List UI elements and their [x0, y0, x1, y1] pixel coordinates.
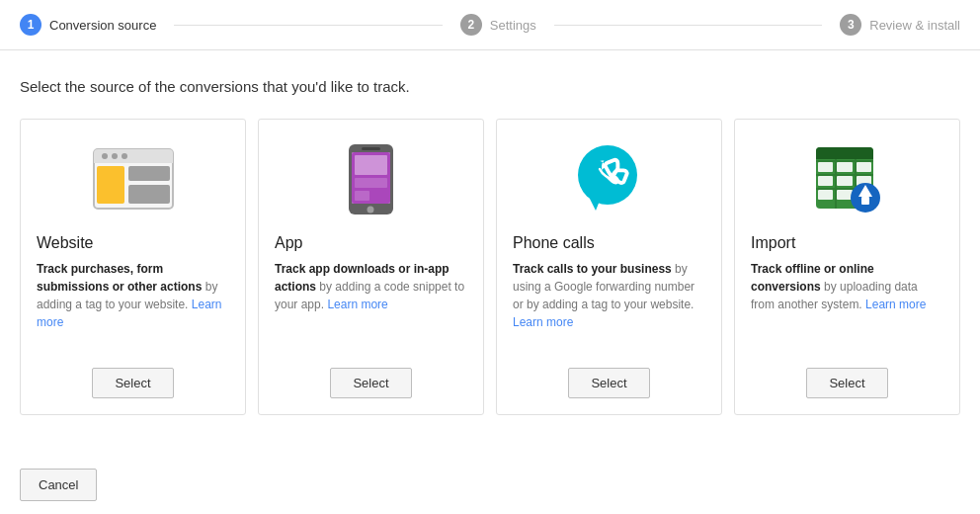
svg-rect-31 [818, 190, 833, 200]
main-content: Select the source of the conversions tha… [0, 50, 980, 459]
app-card-desc: Track app downloads or in-app actions by… [275, 260, 467, 350]
svg-rect-28 [818, 176, 833, 186]
svg-point-4 [112, 153, 118, 159]
import-icon [808, 142, 887, 216]
website-desc-bold: Track purchases, form submissions or oth… [37, 262, 202, 294]
svg-rect-35 [816, 152, 873, 159]
website-select-button[interactable]: Select [92, 368, 173, 398]
step-1: 1 Conversion source [20, 14, 156, 36]
step-2-label: Settings [490, 18, 536, 33]
phone-calls-card-title: Phone calls [513, 234, 595, 252]
step-3-circle: 3 [840, 14, 861, 36]
import-learn-more[interactable]: Learn more [865, 298, 926, 311]
step-3-label: Review & install [869, 18, 960, 33]
app-select-button[interactable]: Select [330, 368, 411, 398]
phone-calls-icon-area [513, 139, 705, 218]
svg-rect-26 [837, 162, 853, 172]
svg-rect-21 [816, 174, 873, 176]
phone-calls-select-button[interactable]: Select [568, 368, 649, 398]
svg-point-15 [368, 206, 374, 213]
phone-calls-card-desc: Track calls to your business by using a … [513, 260, 705, 350]
svg-rect-7 [128, 166, 170, 181]
svg-rect-20 [816, 160, 873, 162]
import-icon-area [751, 139, 943, 218]
app-icon [344, 142, 398, 216]
svg-rect-25 [818, 162, 833, 172]
step-connector-2 [554, 25, 822, 26]
footer: Cancel [0, 459, 980, 514]
import-card-desc: Track offline or online conversions by u… [751, 260, 943, 350]
import-card-title: Import [751, 234, 795, 252]
import-select-button[interactable]: Select [806, 368, 887, 398]
website-card-title: Website [37, 234, 94, 252]
svg-rect-8 [128, 185, 170, 204]
svg-rect-32 [837, 190, 853, 200]
svg-rect-6 [97, 166, 124, 204]
app-learn-more[interactable]: Learn more [327, 298, 387, 311]
svg-rect-12 [355, 155, 387, 175]
website-card-desc: Track purchases, form submissions or oth… [37, 260, 229, 350]
step-2: 2 Settings [460, 14, 536, 36]
step-3: 3 Review & install [840, 14, 960, 36]
svg-marker-18 [590, 199, 600, 211]
step-connector-1 [174, 25, 442, 26]
card-phone-calls: Phone calls Track calls to your business… [496, 119, 722, 415]
stepper: 1 Conversion source 2 Settings 3 Review … [0, 0, 980, 50]
card-website: Website Track purchases, form submission… [20, 119, 246, 415]
step-1-circle: 1 [20, 14, 41, 36]
card-import: Import Track offline or online conversio… [734, 119, 960, 415]
step-2-circle: 2 [460, 14, 482, 36]
cancel-button[interactable]: Cancel [20, 469, 97, 501]
phone-calls-desc-bold: Track calls to your business [513, 262, 672, 276]
phone-calls-learn-more[interactable]: Learn more [513, 315, 573, 329]
phone-calls-icon [570, 139, 649, 218]
svg-rect-27 [857, 162, 871, 172]
svg-rect-13 [355, 178, 387, 188]
svg-point-5 [122, 153, 127, 159]
app-card-title: App [275, 234, 302, 252]
cards-row: Website Track purchases, form submission… [20, 119, 960, 415]
svg-rect-14 [355, 191, 369, 201]
app-icon-area [275, 139, 467, 218]
svg-rect-38 [861, 197, 869, 205]
svg-rect-29 [837, 176, 853, 186]
card-app: App Track app downloads or in-app action… [258, 119, 484, 415]
svg-point-3 [102, 153, 108, 159]
svg-rect-16 [362, 147, 380, 150]
website-icon-area [37, 139, 229, 218]
step-1-label: Conversion source [49, 18, 156, 33]
website-icon [89, 144, 178, 214]
page-subtitle: Select the source of the conversions tha… [20, 78, 960, 95]
